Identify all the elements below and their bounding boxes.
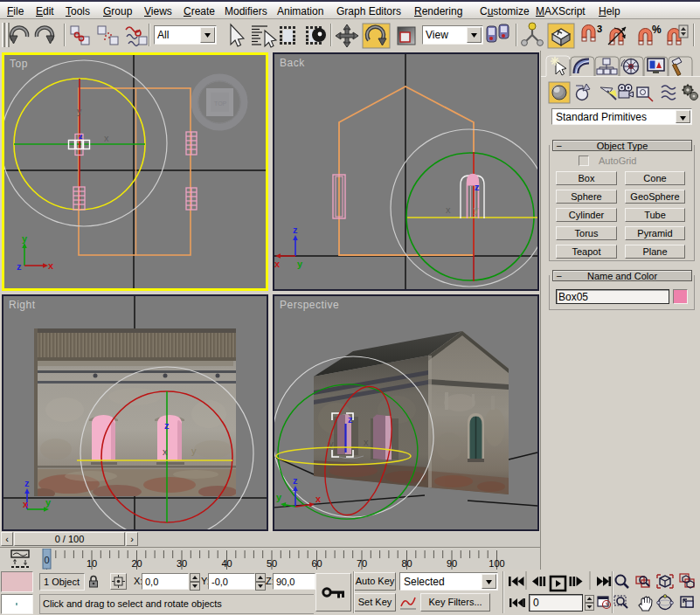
svg-text:80: 80 — [401, 558, 412, 569]
svg-text:%: % — [652, 24, 662, 36]
svg-text:70: 70 — [357, 558, 367, 569]
svg-text:10: 10 — [87, 558, 97, 569]
svg-text:x: x — [23, 499, 29, 509]
svg-text:z: z — [348, 414, 353, 425]
svg-text:TOP: TOP — [214, 100, 227, 107]
svg-text:50: 50 — [267, 558, 277, 569]
svg-text:20: 20 — [131, 558, 142, 569]
svg-text:z: z — [17, 261, 22, 272]
svg-text:y: y — [276, 492, 282, 502]
svg-text:90: 90 — [447, 558, 457, 569]
svg-text:x: x — [364, 437, 369, 447]
svg-text:z: z — [164, 420, 170, 431]
svg-text:x: x — [48, 260, 54, 271]
svg-text:3: 3 — [597, 24, 602, 34]
svg-text:y: y — [297, 259, 303, 269]
svg-text:30: 30 — [177, 558, 187, 569]
svg-text:x: x — [104, 133, 109, 143]
svg-text:x: x — [163, 446, 168, 457]
svg-text:0: 0 — [44, 555, 49, 565]
svg-text:z: z — [293, 225, 298, 235]
svg-text:y: y — [45, 497, 52, 508]
svg-text:y: y — [474, 204, 479, 215]
svg-text:y: y — [22, 233, 28, 244]
svg-text:z: z — [24, 478, 30, 488]
svg-text:z: z — [293, 475, 298, 486]
svg-text:x: x — [274, 259, 281, 269]
svg-text:40: 40 — [221, 558, 232, 569]
svg-text:y: y — [191, 446, 197, 456]
svg-text:x: x — [315, 494, 322, 504]
svg-text:z: z — [475, 182, 480, 192]
svg-text:60: 60 — [311, 558, 322, 569]
svg-text:100: 100 — [489, 558, 504, 569]
svg-text:x: x — [446, 204, 451, 215]
svg-text:y: y — [77, 106, 82, 116]
